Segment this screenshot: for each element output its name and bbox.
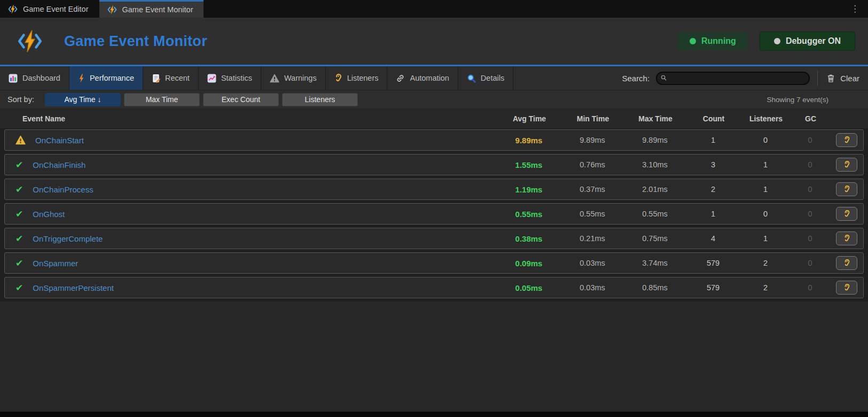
tab-label: Dashboard bbox=[22, 74, 60, 82]
count-cell: 1 bbox=[685, 136, 741, 144]
sort-button-listeners[interactable]: Listeners bbox=[282, 93, 358, 106]
table-row[interactable]: ✔ OnSpammerPersistent 0.05ms 0.03ms 0.85… bbox=[4, 277, 864, 298]
table-row[interactable]: ✔ OnChainStart 9.89ms 9.89ms 9.89ms 1 0 … bbox=[4, 129, 864, 151]
event-name-cell: ✔ OnGhost bbox=[5, 210, 497, 219]
row-actions-cell bbox=[830, 281, 863, 295]
column-header-max-time: Max Time bbox=[625, 114, 686, 123]
avg-time-cell: 9.89ms bbox=[497, 136, 560, 145]
warning-icon bbox=[15, 135, 26, 145]
tab-details[interactable]: Details bbox=[458, 66, 513, 90]
tab-listeners[interactable]: Listeners bbox=[326, 66, 388, 90]
check-icon: ✔ bbox=[15, 283, 23, 292]
row-actions-cell bbox=[830, 133, 863, 147]
listeners-cell: 0 bbox=[741, 136, 790, 144]
tab-dashboard[interactable]: Dashboard bbox=[0, 66, 69, 90]
avg-time-cell: 0.05ms bbox=[497, 283, 560, 292]
listeners-cell: 2 bbox=[741, 283, 790, 292]
ear-icon bbox=[334, 73, 342, 83]
running-status-label: Running bbox=[701, 36, 736, 46]
table-row[interactable]: ✔ OnTriggerComplete 0.38ms 0.21ms 0.75ms… bbox=[4, 228, 864, 249]
listen-button[interactable] bbox=[836, 207, 857, 221]
row-actions-cell bbox=[830, 231, 863, 245]
search-label: Search: bbox=[622, 66, 656, 90]
tab-label: Performance bbox=[90, 74, 134, 82]
doc-tab-game-event-monitor[interactable]: Game Event Monitor bbox=[99, 0, 204, 18]
doc-tab-label: Game Event Monitor bbox=[122, 5, 193, 14]
kebab-menu-icon[interactable]: ⋮ bbox=[847, 0, 863, 18]
event-name-link[interactable]: OnChainProcess bbox=[33, 185, 93, 194]
magnifier-icon bbox=[467, 74, 476, 83]
running-status-badge: Running bbox=[678, 32, 748, 50]
listen-button[interactable] bbox=[836, 281, 857, 295]
row-actions-cell bbox=[830, 256, 863, 270]
tab-automation[interactable]: Automation bbox=[387, 66, 458, 90]
app-window: Game Event Editor Game Event Monitor ⋮ G… bbox=[0, 0, 868, 417]
column-header-min-time: Min Time bbox=[561, 114, 625, 123]
event-name-link[interactable]: OnSpammerPersistent bbox=[33, 283, 114, 292]
table-row[interactable]: ✔ OnChainProcess 1.19ms 0.37ms 2.01ms 2 … bbox=[4, 179, 864, 200]
sort-button-max-time[interactable]: Max Time bbox=[124, 93, 200, 106]
column-header-gc: GC bbox=[791, 114, 831, 123]
gc-cell: 0 bbox=[790, 259, 830, 267]
avg-time-cell: 0.55ms bbox=[497, 210, 560, 219]
tab-performance[interactable]: Performance bbox=[69, 66, 143, 90]
event-name-link[interactable]: OnTriggerComplete bbox=[33, 234, 103, 243]
listen-button[interactable] bbox=[836, 231, 857, 245]
listen-button[interactable] bbox=[836, 158, 857, 172]
listen-button[interactable] bbox=[836, 182, 857, 196]
lightning-icon bbox=[78, 74, 85, 83]
max-time-cell: 3.10ms bbox=[624, 160, 685, 169]
debugger-toggle-badge[interactable]: Debugger ON bbox=[760, 32, 855, 51]
min-time-cell: 0.21ms bbox=[560, 234, 624, 243]
table-row[interactable]: ✔ OnChainFinish 1.55ms 0.76ms 3.10ms 3 1… bbox=[4, 154, 864, 175]
clear-button[interactable]: Clear bbox=[825, 66, 868, 90]
table-row[interactable]: ✔ OnSpammer 0.09ms 0.03ms 3.74ms 579 2 0 bbox=[4, 252, 864, 274]
gc-cell: 0 bbox=[790, 210, 830, 218]
event-name-link[interactable]: OnSpammer bbox=[33, 259, 78, 268]
event-name-cell: ✔ OnChainFinish bbox=[5, 160, 497, 169]
table-row[interactable]: ✔ OnGhost 0.55ms 0.55ms 0.55ms 1 0 0 bbox=[4, 203, 864, 225]
sort-button-exec-count[interactable]: Exec Count bbox=[203, 93, 279, 106]
check-icon: ✔ bbox=[15, 210, 23, 219]
listeners-cell: 1 bbox=[741, 234, 790, 243]
titlebar: Game Event Editor Game Event Monitor ⋮ bbox=[0, 0, 868, 18]
column-header-event-name: Event Name bbox=[4, 114, 498, 123]
sort-by-label: Sort by: bbox=[7, 95, 34, 104]
event-name-cell: ✔ OnSpammer bbox=[5, 259, 497, 268]
column-header-count: Count bbox=[686, 114, 741, 123]
event-name-link[interactable]: OnChainStart bbox=[35, 136, 84, 145]
link-icon bbox=[396, 74, 405, 83]
count-cell: 4 bbox=[685, 234, 741, 243]
listeners-cell: 1 bbox=[741, 185, 790, 194]
search-icon bbox=[661, 75, 667, 81]
max-time-cell: 2.01ms bbox=[624, 185, 685, 194]
count-cell: 579 bbox=[685, 259, 741, 267]
search-input[interactable] bbox=[656, 72, 810, 85]
listeners-cell: 1 bbox=[741, 160, 790, 169]
tab-warnings[interactable]: Warnings bbox=[261, 66, 326, 90]
tab-label: Warnings bbox=[284, 74, 317, 82]
tab-label: Details bbox=[481, 74, 504, 82]
event-name-cell: ✔ OnChainStart bbox=[5, 135, 497, 145]
listen-button[interactable] bbox=[836, 133, 857, 147]
tab-recent[interactable]: Recent bbox=[143, 66, 199, 90]
gc-cell: 0 bbox=[790, 283, 830, 292]
gc-cell: 0 bbox=[790, 160, 830, 169]
sort-button-avg-time[interactable]: Avg Time ↓ bbox=[45, 93, 121, 106]
avg-time-cell: 0.09ms bbox=[497, 259, 560, 268]
event-name-link[interactable]: OnGhost bbox=[33, 210, 65, 219]
tab-label: Recent bbox=[165, 74, 190, 82]
min-time-cell: 9.89ms bbox=[560, 136, 624, 144]
table-header-row: Event Name Avg Time Min Time Max Time Co… bbox=[0, 109, 868, 128]
column-header-listeners: Listeners bbox=[741, 114, 791, 123]
gc-cell: 0 bbox=[790, 185, 830, 194]
listen-button[interactable] bbox=[836, 256, 857, 270]
tab-statistics[interactable]: Statistics bbox=[199, 66, 261, 90]
max-time-cell: 3.74ms bbox=[624, 259, 685, 267]
event-table-body: ✔ OnChainStart 9.89ms 9.89ms 9.89ms 1 0 … bbox=[0, 128, 868, 302]
event-name-link[interactable]: OnChainFinish bbox=[33, 160, 85, 169]
event-name-cell: ✔ OnChainProcess bbox=[5, 185, 497, 194]
doc-tab-game-event-editor[interactable]: Game Event Editor bbox=[0, 0, 99, 18]
tab-label: Automation bbox=[410, 74, 449, 82]
doc-tab-label: Game Event Editor bbox=[23, 5, 89, 13]
